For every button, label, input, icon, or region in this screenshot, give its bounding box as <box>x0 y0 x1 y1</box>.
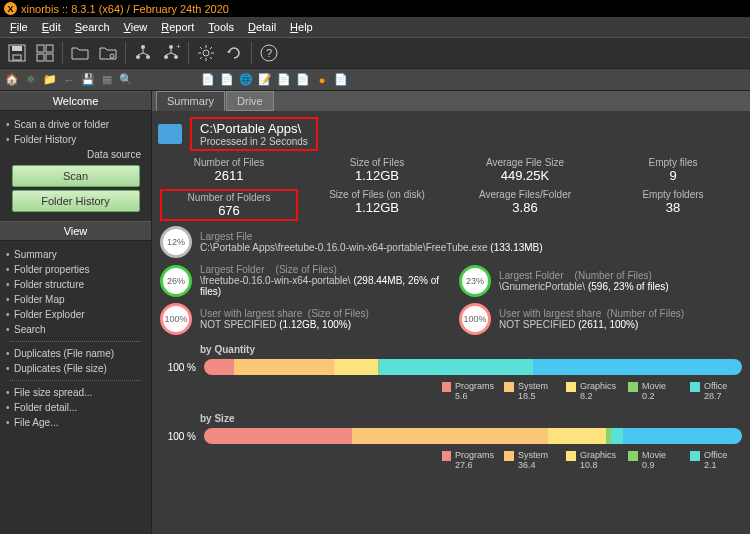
stat-label: Number of Files <box>160 157 298 168</box>
view-dup-name[interactable]: Duplicates (File name) <box>4 346 147 361</box>
doc-cyan-icon[interactable]: 📄 <box>276 72 292 88</box>
bar-segment <box>334 359 378 375</box>
legend-swatch <box>628 451 638 461</box>
doc-red-icon[interactable]: 📄 <box>295 72 311 88</box>
svg-point-7 <box>110 54 114 58</box>
legend-swatch <box>690 451 700 461</box>
svg-rect-5 <box>37 54 44 61</box>
save-icon[interactable] <box>4 40 30 66</box>
legend-swatch <box>566 451 576 461</box>
legend-value: 8.2 <box>580 391 616 401</box>
sidebar-scan-drive[interactable]: Scan a drive or folder <box>4 117 147 132</box>
view-file-age[interactable]: File Age... <box>4 415 147 430</box>
menu-view[interactable]: View <box>118 19 154 35</box>
settings-icon[interactable] <box>193 40 219 66</box>
bar-segment <box>234 359 334 375</box>
doc-green-icon[interactable]: 📄 <box>219 72 235 88</box>
tree-plus-icon[interactable]: + <box>158 40 184 66</box>
view-header: View <box>0 221 151 241</box>
sidebar-folder-history[interactable]: Folder History <box>4 132 147 147</box>
menu-help[interactable]: Help <box>284 19 319 35</box>
toolbar-mini: 🏠 ⚛ 📁 ← 💾 ▦ 🔍 📄 📄 🌐 📝 📄 📄 ● 📄 <box>0 69 750 91</box>
stat-value: 3.86 <box>456 200 594 215</box>
tabs: Summary Drive <box>152 91 750 111</box>
legend-swatch <box>566 382 576 392</box>
legend-item: Graphics8.2 <box>566 381 618 401</box>
refresh-icon[interactable] <box>221 40 247 66</box>
view-dup-size[interactable]: Duplicates (File size) <box>4 361 147 376</box>
bar-segment <box>204 428 352 444</box>
note-icon[interactable]: 📝 <box>257 72 273 88</box>
doc-blue-icon[interactable]: 📄 <box>200 72 216 88</box>
home-icon[interactable]: 🏠 <box>4 72 20 88</box>
tab-drive[interactable]: Drive <box>226 91 274 111</box>
stat-value: 1.12GB <box>308 168 446 183</box>
view-folder-properties[interactable]: Folder properties <box>4 262 147 277</box>
back-icon[interactable]: ← <box>61 72 77 88</box>
view-folder-structure[interactable]: Folder structure <box>4 277 147 292</box>
bar-segment <box>533 359 742 375</box>
view-folder-map[interactable]: Folder Map <box>4 292 147 307</box>
path-sub: Processed in 2 Seconds <box>200 136 308 147</box>
view-size-spread[interactable]: File size spread... <box>4 385 147 400</box>
search-mini-icon[interactable]: 🔍 <box>118 72 134 88</box>
view-folder-detail[interactable]: Folder detail... <box>4 400 147 415</box>
chart-bar: 100 % <box>152 428 750 444</box>
help-icon[interactable]: ? <box>256 40 282 66</box>
legend-item: Office2.1 <box>690 450 742 470</box>
stat-col: Number of Folders676 <box>160 189 298 221</box>
largest-folder-size-info: Largest Folder (Size of Files) \freetube… <box>200 264 443 297</box>
folder-mini-icon[interactable]: 📁 <box>42 72 58 88</box>
menu-search[interactable]: Search <box>69 19 116 35</box>
bar-segment <box>611 428 622 444</box>
folder-icon[interactable] <box>67 40 93 66</box>
tab-summary[interactable]: Summary <box>156 91 225 111</box>
tree-icon[interactable] <box>130 40 156 66</box>
grid-icon[interactable]: ▦ <box>99 72 115 88</box>
stat-col: Average File Size449.25K <box>456 157 594 183</box>
separator <box>188 42 189 64</box>
view-folder-exploder[interactable]: Folder Exploder <box>4 307 147 322</box>
folder-search-icon[interactable] <box>95 40 121 66</box>
scan-button[interactable]: Scan <box>12 165 140 187</box>
svg-rect-4 <box>46 45 53 52</box>
sidebar: Welcome Scan a drive or folder Folder Hi… <box>0 91 152 534</box>
user-size-info: User with largest share (Size of Files) … <box>200 308 369 330</box>
pct-label: 100 % <box>160 431 196 442</box>
nodes-icon[interactable]: ⚛ <box>23 72 39 88</box>
title-text: xinorbis :: 8.3.1 (x64) / February 24th … <box>21 3 229 15</box>
legend-item: Graphics10.8 <box>566 450 618 470</box>
stat-label: Empty files <box>604 157 742 168</box>
bar-segment <box>352 428 548 444</box>
stat-col: Size of Files1.12GB <box>308 157 446 183</box>
save-multi-icon[interactable] <box>32 40 58 66</box>
legend-value: 2.1 <box>704 460 727 470</box>
menu-detail[interactable]: Detail <box>242 19 282 35</box>
legend-swatch <box>504 382 514 392</box>
folder-history-button[interactable]: Folder History <box>12 190 140 212</box>
menu-report[interactable]: Report <box>155 19 200 35</box>
bar-segment <box>204 359 234 375</box>
doc-gray-icon[interactable]: 📄 <box>333 72 349 88</box>
stat-col: Size of Files (on disk)1.12GB <box>308 189 446 221</box>
stat-value: 1.12GB <box>308 200 446 215</box>
stat-value: 449.25K <box>456 168 594 183</box>
view-search[interactable]: Search <box>4 322 147 337</box>
disk-icon[interactable]: 💾 <box>80 72 96 88</box>
svg-point-12 <box>164 55 168 59</box>
menu-file[interactable]: File <box>4 19 34 35</box>
chart-legend: Programs27.6System36.4Graphics10.8Movie0… <box>152 444 750 476</box>
globe-icon[interactable]: 🌐 <box>238 72 254 88</box>
divider <box>10 380 141 381</box>
menu-tools[interactable]: Tools <box>202 19 240 35</box>
stat-label: Average Files/Folder <box>456 189 594 200</box>
x-orange-icon[interactable]: ● <box>314 72 330 88</box>
view-summary[interactable]: Summary <box>4 247 147 262</box>
svg-rect-1 <box>12 46 22 51</box>
stat-value: 9 <box>604 168 742 183</box>
menu-edit[interactable]: Edit <box>36 19 67 35</box>
legend-item: Programs27.6 <box>442 450 494 470</box>
legend-swatch <box>442 382 451 392</box>
separator <box>62 42 63 64</box>
stat-col: Empty files9 <box>604 157 742 183</box>
